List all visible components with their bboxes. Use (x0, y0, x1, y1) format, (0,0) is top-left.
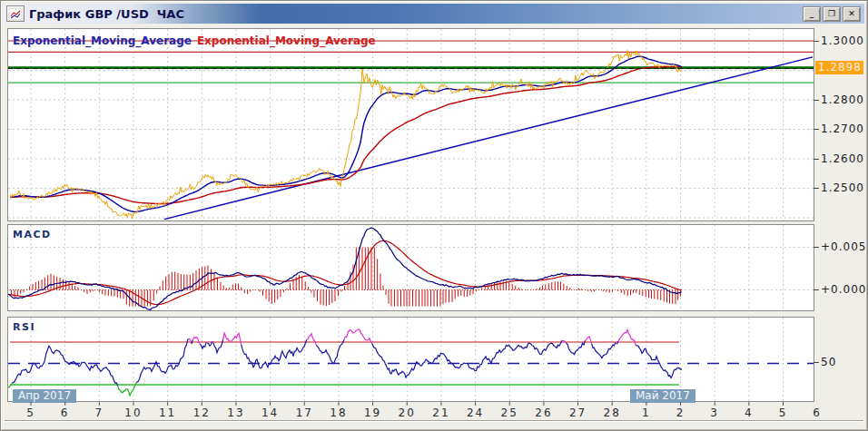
maximize-button[interactable]: ❐ (823, 6, 841, 22)
date-axis-label: 11 (159, 407, 176, 419)
price-axis-label: 1.2600 (821, 152, 864, 165)
price-axis-label: 1.2700 (821, 122, 864, 135)
date-axis-label: 4 (745, 407, 754, 419)
window-bottom-groove (5, 420, 863, 422)
minimize-button[interactable]: _ (803, 6, 821, 22)
date-axis-label: 7 (94, 407, 104, 419)
date-axis-label: 1 (642, 407, 651, 419)
date-axis-label: 17 (296, 407, 313, 419)
rsi-pane-label: RSI (13, 321, 35, 333)
date-axis-label: 3 (710, 407, 719, 419)
price-axis-label: 1.2800 (821, 93, 864, 106)
date-axis-label: 20 (399, 407, 416, 419)
price-chart-svg[interactable] (8, 29, 814, 220)
date-axis-label: 12 (193, 407, 211, 419)
macd-axis-label: +0.000 (821, 283, 866, 296)
date-axis-label: 18 (330, 407, 347, 419)
chart-glyph (10, 9, 21, 19)
date-axis-label: 13 (227, 407, 244, 419)
macd-pane-label: MACD (13, 229, 52, 240)
chart-window: График GBP /USD ЧАС _ ❐ ✕ Exponential_Mo… (0, 0, 868, 431)
legend-ema-2: Exponential_Moving_Average (197, 34, 376, 47)
date-axis-label: 24 (467, 407, 484, 419)
indicator-legend: Exponential_Moving_AverageExponential_Mo… (13, 34, 381, 47)
date-axis-label: 14 (261, 407, 279, 419)
price-chart-pane[interactable] (7, 28, 814, 221)
close-button[interactable]: ✕ (843, 6, 861, 22)
rsi-axis-label: 50 (821, 356, 836, 368)
title-bar[interactable]: График GBP /USD ЧАС _ ❐ ✕ (4, 4, 864, 24)
date-axis-label: 10 (124, 407, 142, 419)
legend-ema-1: Exponential_Moving_Average (13, 34, 192, 47)
date-axis-label: 6 (61, 407, 70, 419)
date-axis-label: 5 (26, 407, 35, 419)
date-axis-label: 28 (604, 407, 621, 419)
window-controls: _ ❐ ✕ (803, 6, 861, 22)
date-axis-label: 6 (813, 407, 822, 419)
date-axis-label: 19 (364, 407, 381, 419)
month-label-apr: Апр 2017 (13, 389, 76, 403)
date-axis-label: 25 (501, 407, 518, 419)
macd-svg[interactable] (8, 225, 814, 310)
macd-pane[interactable] (7, 224, 814, 311)
date-axis-label: 26 (535, 407, 552, 419)
window-title: График GBP /USD ЧАС (29, 7, 184, 21)
date-tick-strip (8, 402, 814, 406)
price-axis-label: 1.3000 (821, 34, 864, 47)
month-label-may: Май 2017 (630, 389, 695, 403)
current-price-badge: 1.2898 (815, 61, 863, 74)
date-axis-label: 21 (432, 407, 449, 419)
macd-axis-label: +0.005 (821, 240, 866, 253)
price-axis-label: 1.2500 (821, 181, 864, 194)
chart-window-icon (6, 5, 25, 22)
date-axis-label: 5 (779, 407, 788, 419)
date-axis-label: 27 (569, 407, 587, 419)
date-axis-label: 2 (676, 407, 686, 419)
